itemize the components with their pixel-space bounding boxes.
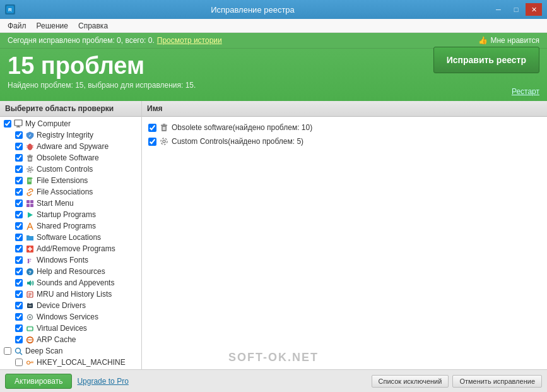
fix-registry-button[interactable]: Исправить реестр	[433, 47, 539, 73]
startup-icon	[25, 210, 35, 220]
checkbox-custom[interactable]	[15, 165, 23, 173]
label-locations: Software Locations	[37, 233, 101, 242]
tree-item-obsolete[interactable]: Obsolete Software	[0, 152, 141, 163]
checkbox-deepscan[interactable]	[4, 347, 11, 355]
window-title: Исправление реестра	[15, 5, 490, 15]
minimize-button[interactable]: ─	[490, 3, 507, 16]
tree-item-addremove[interactable]: Add/Remove Programs	[0, 243, 141, 254]
upgrade-link[interactable]: Upgrade to Pro	[77, 377, 128, 386]
checkbox-result-custom[interactable]	[148, 138, 156, 146]
tree-item-hklm[interactable]: HKEY_LOCAL_MACHINE	[0, 357, 141, 368]
tree-item-registry[interactable]: ✓ Registry Integrity	[0, 129, 141, 141]
restart-link[interactable]: Рестарт	[512, 87, 539, 96]
help-icon: ?	[25, 266, 35, 276]
label-startmenu: Start Menu	[37, 199, 74, 208]
checkbox-drivers[interactable]	[15, 302, 23, 309]
checkbox-arp[interactable]	[15, 336, 23, 343]
svg-point-18	[28, 168, 31, 170]
result-item-custom[interactable]: Custom Controls(найдено проблем: 5)	[146, 134, 543, 148]
checkbox-help[interactable]	[15, 268, 23, 275]
checkbox-fonts[interactable]	[15, 256, 23, 264]
svg-rect-25	[26, 200, 30, 203]
arp-icon	[25, 335, 35, 345]
checkbox-extensions[interactable]	[15, 177, 23, 184]
checkbox-mycomputer[interactable]	[4, 120, 11, 128]
svg-line-31	[30, 223, 33, 230]
label-obsolete: Obsolete Software	[37, 153, 99, 162]
app-icon: R	[5, 4, 15, 15]
label-mru: MRU and History Lists	[37, 290, 112, 299]
exclusions-button[interactable]: Список исключений	[372, 375, 449, 388]
svg-text:?: ?	[28, 270, 32, 275]
computer-icon	[13, 119, 23, 129]
window-controls: ─ □ ✕	[490, 3, 542, 16]
label-addremove: Add/Remove Programs	[37, 244, 115, 253]
checkbox-startup[interactable]	[15, 211, 23, 218]
maximize-button[interactable]: □	[508, 3, 524, 16]
menu-solve[interactable]: Решение	[32, 20, 73, 32]
tree-area[interactable]: My Computer ✓ Registry Integrity	[0, 117, 141, 369]
checkbox-result-obsolete[interactable]	[148, 124, 156, 132]
checkbox-addremove[interactable]	[15, 245, 23, 252]
bottom-bar: Активировать Upgrade to Pro Список исклю…	[0, 369, 547, 392]
svg-rect-28	[30, 204, 33, 207]
checkbox-hklm[interactable]	[15, 359, 23, 366]
checkbox-locations[interactable]	[15, 234, 23, 241]
right-panel: Имя Obsolete software(найдено проблем: 1…	[142, 101, 547, 369]
tree-item-services[interactable]: Windows Services	[0, 311, 141, 323]
checkbox-startmenu[interactable]	[15, 199, 23, 207]
history-link[interactable]: Просмотр истории	[157, 36, 222, 45]
tree-item-startup[interactable]: Startup Programs	[0, 209, 141, 220]
checkbox-virtual[interactable]	[15, 324, 23, 332]
checkbox-adware[interactable]	[15, 143, 23, 150]
tree-item-drivers[interactable]: Device Drivers	[0, 300, 141, 311]
label-adware: Adware and Spyware	[37, 142, 109, 151]
close-button[interactable]: ✕	[526, 3, 542, 16]
activate-button[interactable]: Активировать	[5, 374, 72, 389]
svg-point-19	[27, 167, 33, 172]
svg-point-49	[29, 316, 31, 318]
label-mycomputer: My Computer	[25, 119, 71, 128]
tree-item-deepscan[interactable]: Deep Scan	[0, 345, 141, 357]
tree-item-adware[interactable]: Adware and Spyware	[0, 141, 141, 152]
label-virtual: Virtual Devices	[37, 324, 87, 333]
svg-point-56	[26, 361, 30, 364]
tree-item-mru[interactable]: MRU and History Lists	[0, 288, 141, 300]
tree-item-extensions[interactable]: File Extensions	[0, 175, 141, 186]
result-item-obsolete[interactable]: Obsolete software(найдено проблем: 10)	[146, 121, 543, 134]
label-startup: Startup Programs	[37, 210, 96, 219]
thumbs-up-icon: 👍	[478, 36, 488, 45]
registry-key-icon	[25, 357, 35, 367]
checkbox-associations[interactable]	[15, 188, 23, 196]
tree-item-associations[interactable]: File Associations	[0, 186, 141, 198]
tree-item-mycomputer[interactable]: My Computer	[0, 118, 141, 129]
tree-item-shared[interactable]: Shared Programs	[0, 220, 141, 232]
driver-icon	[25, 300, 35, 311]
tree-item-virtual[interactable]: Virtual Devices	[0, 323, 141, 334]
shared-icon	[25, 221, 35, 231]
tree-item-startmenu[interactable]: Start Menu	[0, 198, 141, 209]
checkbox-shared[interactable]	[15, 222, 23, 230]
undo-button[interactable]: Отменить исправление	[452, 375, 542, 388]
menu-help[interactable]: Справка	[73, 20, 113, 32]
label-fonts: Windows Fonts	[37, 256, 88, 264]
tree-item-custom[interactable]: Custom Controls	[0, 163, 141, 175]
checkbox-services[interactable]	[15, 313, 23, 321]
checkbox-sounds[interactable]	[15, 279, 23, 287]
tree-item-arp[interactable]: ARP Cache	[0, 334, 141, 345]
like-button[interactable]: 👍 Мне нравится	[478, 36, 539, 45]
tree-item-sounds[interactable]: Sounds and Appevents	[0, 277, 141, 288]
tree-item-locations[interactable]: Software Locations	[0, 232, 141, 243]
tree-item-fonts[interactable]: F Windows Fonts	[0, 254, 141, 266]
file-ext-icon	[25, 175, 35, 186]
right-content: Obsolete software(найдено проблем: 10) C…	[142, 117, 547, 369]
label-extensions: File Extensions	[37, 176, 88, 185]
tree-item-help[interactable]: ? Help and Resources	[0, 266, 141, 277]
mru-icon	[25, 289, 35, 299]
checkbox-obsolete[interactable]	[15, 154, 23, 162]
label-custom: Custom Controls	[37, 165, 93, 174]
svg-rect-61	[161, 125, 167, 126]
menu-file[interactable]: Файл	[3, 20, 32, 32]
checkbox-mru[interactable]	[15, 290, 23, 298]
checkbox-registry[interactable]	[15, 131, 23, 139]
